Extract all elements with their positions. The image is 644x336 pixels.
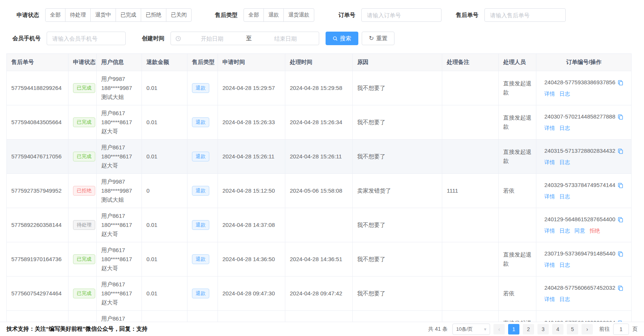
row-action-detail[interactable]: 详情	[544, 159, 555, 165]
type-badge: 退款	[192, 152, 209, 161]
aftersale-type-group: 全部退款退货退款	[244, 8, 314, 22]
status-badge: 已完成	[73, 117, 95, 127]
cell-handler: 直接发起退款	[499, 242, 536, 277]
row-action-log[interactable]: 日志	[559, 296, 570, 302]
pager-page-1[interactable]: 1	[508, 324, 519, 334]
aftersale-type-option[interactable]: 退货退款	[283, 8, 314, 22]
row-action-log[interactable]: 日志	[559, 262, 570, 268]
goto-page-input[interactable]	[613, 324, 629, 335]
cell-handler: 直接发起退款	[499, 71, 536, 105]
total-count: 共 41 条	[428, 326, 448, 333]
cell-handle-time: 2024-04-28 14:36:51	[285, 242, 353, 277]
cell-apply-time: 2024-04-28 15:12:50	[218, 174, 285, 208]
copy-icon[interactable]	[618, 251, 623, 257]
cell-aftersale-type: 退款	[187, 71, 218, 105]
apply-status-option[interactable]: 全部	[45, 8, 65, 22]
table-row: 5775927357949952 已拒绝 用户9987188****9987测试…	[7, 174, 632, 208]
reset-button[interactable]: ↻ 重置	[362, 32, 394, 45]
row-action-detail[interactable]: 详情	[544, 125, 555, 131]
cell-reason: 我不想要了	[353, 208, 442, 242]
cell-apply-time: 2024-04-28 09:47:30	[218, 277, 285, 311]
cell-apply-time: 2024-04-28 15:29:57	[218, 71, 285, 105]
apply-status-option[interactable]: 已完成	[116, 8, 141, 22]
column-header: 申请时间	[218, 54, 285, 71]
search-button[interactable]: 搜索	[326, 32, 358, 45]
aftersale-no-input[interactable]	[484, 8, 566, 22]
copy-icon[interactable]	[618, 114, 623, 120]
filter-aftersale-no: 售后单号	[456, 8, 566, 22]
cell-user-info: 用户8617180****8617赵大哥	[97, 242, 142, 277]
order-no-text: 240307-5702144858277888	[544, 112, 615, 121]
column-header: 用户信息	[97, 54, 142, 71]
row-actions: 详情日志	[544, 123, 623, 132]
order-no-text: 240428-5775938386937856	[544, 78, 615, 87]
pager-pages: 12345	[508, 324, 578, 334]
column-header: 原因	[353, 54, 442, 71]
copy-icon[interactable]	[618, 148, 623, 154]
date-range-picker[interactable]: 至	[171, 32, 319, 45]
row-action-log[interactable]: 日志	[559, 193, 570, 199]
support-text: 技术支持：关注“编写美好前程”微信公众号，回复：支持	[6, 325, 148, 333]
cell-order-actions: 240315-5713728802834432 详情日志	[536, 140, 632, 174]
pager-page-4[interactable]: 4	[552, 324, 563, 334]
row-actions: 详情日志同意拒绝	[544, 226, 623, 235]
start-date-input[interactable]	[183, 35, 241, 42]
row-action-log[interactable]: 日志	[559, 159, 570, 165]
cell-handle-time: 2024-04-28 15:26:11	[285, 140, 353, 174]
cell-refund-amount: 0.01	[142, 242, 187, 277]
caret-down-icon: ▾	[484, 327, 486, 332]
copy-icon[interactable]	[618, 217, 623, 222]
pager-prev-button[interactable]: ‹	[493, 324, 505, 334]
table-row: 5775944188299264 已完成 用户9987188****9987测试…	[7, 71, 632, 105]
aftersale-type-option[interactable]: 退款	[263, 8, 284, 22]
cell-aftersale-type: 退款	[187, 242, 218, 277]
order-no-input[interactable]	[361, 8, 442, 22]
date-range-separator: 至	[241, 35, 257, 42]
type-badge: 退款	[192, 289, 209, 298]
row-action-log[interactable]: 日志	[559, 125, 570, 131]
cell-aftersale-no: 5775927357949952	[7, 174, 69, 208]
column-header: 售后单号	[7, 54, 69, 71]
row-action-detail[interactable]: 详情	[544, 262, 555, 268]
copy-icon[interactable]	[618, 182, 623, 188]
page-size-select[interactable]: 10条/页 ▾	[452, 324, 490, 335]
row-action-agree[interactable]: 同意	[574, 228, 585, 234]
row-action-detail[interactable]: 详情	[544, 91, 555, 97]
table-body: 5775944188299264 已完成 用户9987188****9987测试…	[7, 71, 632, 336]
aftersale-type-option[interactable]: 全部	[244, 8, 264, 22]
copy-icon[interactable]	[618, 285, 623, 291]
row-action-detail[interactable]: 详情	[544, 193, 555, 199]
row-actions: 详情日志	[544, 158, 623, 167]
member-phone-input[interactable]	[47, 32, 126, 45]
status-badge: 已完成	[73, 83, 95, 93]
cell-user-info: 用户9987188****9987测试大姐	[97, 174, 142, 208]
cell-aftersale-type: 退款	[187, 208, 218, 242]
order-no-text: 240315-5713728802834432	[544, 146, 615, 155]
copy-icon[interactable]	[618, 80, 623, 85]
pager-page-5[interactable]: 5	[567, 324, 578, 334]
pager-next-button[interactable]: ›	[582, 324, 593, 334]
row-action-detail[interactable]: 详情	[544, 228, 555, 234]
apply-status-option[interactable]: 已拒绝	[141, 8, 166, 22]
pagination: 共 41 条 10条/页 ▾ ‹ 12345 › 前往 页	[428, 324, 638, 335]
pager-page-3[interactable]: 3	[537, 324, 549, 334]
row-action-detail[interactable]: 详情	[544, 296, 555, 302]
end-date-input[interactable]	[257, 35, 314, 42]
apply-status-option[interactable]: 待处理	[65, 8, 91, 22]
cell-aftersale-no: 5775940843505664	[7, 105, 69, 140]
cell-refund-amount: 0.01	[142, 208, 187, 242]
column-header: 处理时间	[285, 54, 353, 71]
row-action-log[interactable]: 日志	[559, 91, 570, 97]
type-badge: 退款	[192, 83, 209, 93]
pager-page-2[interactable]: 2	[523, 324, 534, 334]
search-icon	[333, 36, 338, 41]
reset-button-label: 重置	[376, 35, 387, 42]
cell-user-info: 用户9987188****9987测试大姐	[97, 71, 142, 105]
apply-status-option[interactable]: 退货中	[90, 8, 116, 22]
type-badge: 退款	[192, 254, 209, 264]
apply-status-option[interactable]: 已关闭	[166, 8, 192, 22]
row-action-log[interactable]: 日志	[559, 228, 570, 234]
filter-area: 申请状态 全部待处理退货中已完成已拒绝已关闭 售后类型 全部退款退货退款 订单号…	[0, 0, 644, 45]
row-action-reject[interactable]: 拒绝	[589, 228, 600, 234]
cell-refund-amount: 0.01	[142, 140, 187, 174]
